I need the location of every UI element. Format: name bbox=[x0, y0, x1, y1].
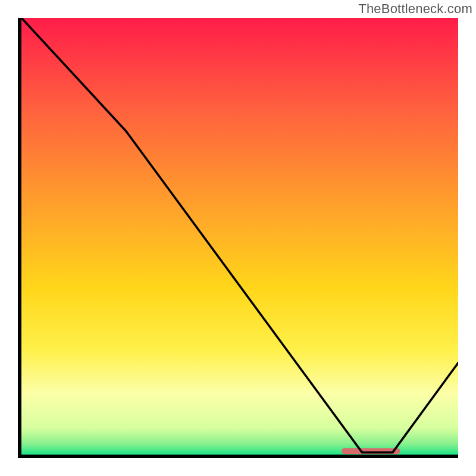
chart-svg bbox=[21, 18, 458, 455]
plot-area bbox=[21, 18, 458, 455]
background-gradient bbox=[21, 18, 458, 455]
watermark-text: TheBottleneck.com bbox=[358, 1, 472, 17]
chart-stage: TheBottleneck.com bbox=[0, 0, 476, 476]
